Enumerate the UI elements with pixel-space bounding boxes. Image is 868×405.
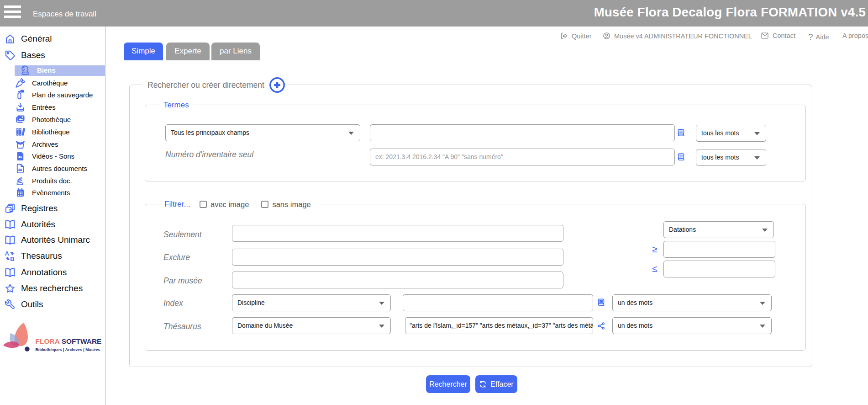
svg-text:FLORA SOFTWARE: FLORA SOFTWARE <box>36 337 102 345</box>
svg-text:A: A <box>5 250 10 257</box>
svg-text:B: B <box>10 256 14 261</box>
svg-text:Bibliothèques | Archives | Mus: Bibliothèques | Archives | Musées <box>36 347 100 352</box>
